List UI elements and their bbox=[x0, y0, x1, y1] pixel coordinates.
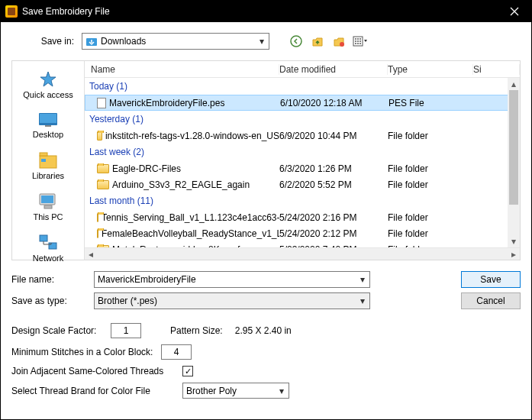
save-in-label: Save in: bbox=[11, 36, 74, 47]
star-icon bbox=[37, 70, 59, 89]
savetype-dropdown[interactable]: Brother (*.pes) ▾ bbox=[94, 292, 370, 309]
file-row[interactable]: Tennis_Serving_Ball_v1_L1.123c4e1acc63-f… bbox=[85, 209, 520, 225]
svg-rect-20 bbox=[41, 159, 46, 162]
file-date: 5/24/2020 2:12 PM bbox=[279, 228, 388, 239]
downloads-icon bbox=[85, 35, 98, 47]
header-date[interactable]: Date modified bbox=[279, 64, 388, 75]
svg-point-14 bbox=[360, 43, 361, 44]
sidebar-item-desktop[interactable]: Desktop bbox=[33, 108, 63, 142]
file-row[interactable]: MaverickEmbroideryFile.pes6/10/2020 12:1… bbox=[85, 95, 520, 111]
thread-brand-label: Select Thread Brand for Color File bbox=[11, 386, 175, 396]
column-headers[interactable]: Name Date modified Type Si bbox=[85, 61, 520, 78]
chevron-down-icon[interactable]: ▾ bbox=[275, 386, 289, 396]
chevron-down-icon[interactable]: ▾ bbox=[356, 274, 369, 285]
sidebar-item-network[interactable]: Network bbox=[33, 231, 63, 266]
save-button[interactable]: Save bbox=[461, 271, 521, 288]
svg-rect-25 bbox=[49, 243, 56, 249]
group-header[interactable]: Last month (11) bbox=[85, 192, 520, 209]
scroll-up-button[interactable]: ▴ bbox=[508, 78, 520, 90]
svg-point-11 bbox=[360, 40, 361, 42]
file-type: File folder bbox=[388, 244, 473, 248]
filename-label: File name: bbox=[11, 274, 88, 285]
svg-point-10 bbox=[357, 40, 359, 42]
file-type: File folder bbox=[388, 228, 473, 239]
file-name: FemaleBeachVolleyball_ReadyStance_v1_L1.… bbox=[102, 228, 279, 239]
svg-point-13 bbox=[357, 43, 359, 44]
folder-icon bbox=[97, 213, 98, 222]
sidebar-item-quick-access[interactable]: Quick access bbox=[23, 67, 73, 102]
libraries-icon bbox=[38, 151, 58, 170]
scroll-right-button[interactable]: ▸ bbox=[508, 249, 520, 260]
svg-point-8 bbox=[360, 38, 361, 40]
svg-point-6 bbox=[355, 38, 356, 40]
file-type: File folder bbox=[388, 163, 473, 174]
file-date: 5/24/2020 2:16 PM bbox=[279, 212, 388, 223]
horizontal-scrollbar[interactable]: ◂ ▸ bbox=[85, 247, 520, 260]
chevron-down-icon[interactable]: ▾ bbox=[356, 296, 369, 306]
save-in-dropdown[interactable]: Downloads ▾ bbox=[82, 33, 269, 50]
header-size[interactable]: Si bbox=[473, 64, 520, 75]
sidebar-item-libraries[interactable]: Libraries bbox=[32, 148, 64, 183]
app-icon bbox=[5, 5, 18, 18]
svg-point-3 bbox=[291, 36, 301, 47]
folder-icon bbox=[97, 245, 109, 248]
scale-factor-label: Design Scale Factor: bbox=[11, 325, 103, 336]
file-date: 6/2/2020 5:52 PM bbox=[279, 179, 388, 190]
up-button[interactable] bbox=[309, 33, 326, 50]
join-threads-label: Join Adjacent Same-Colored Threads bbox=[11, 366, 175, 376]
svg-rect-24 bbox=[40, 235, 47, 241]
cancel-button[interactable]: Cancel bbox=[461, 292, 521, 309]
scroll-down-button[interactable]: ▾ bbox=[508, 235, 520, 247]
save-in-value: Downloads bbox=[101, 36, 255, 47]
min-stitches-input[interactable] bbox=[161, 344, 192, 360]
file-date: 6/3/2020 1:26 PM bbox=[279, 163, 388, 174]
file-row[interactable]: Eagle-DRC-Files6/3/2020 1:26 PMFile fold… bbox=[85, 160, 520, 176]
scroll-thumb[interactable] bbox=[509, 90, 518, 205]
places-sidebar: Quick access Desktop Libraries This PC N… bbox=[11, 60, 85, 260]
join-threads-checkbox[interactable] bbox=[182, 366, 193, 376]
file-date: 6/10/2020 12:18 AM bbox=[280, 98, 389, 108]
svg-point-7 bbox=[357, 38, 359, 40]
scroll-left-button[interactable]: ◂ bbox=[85, 249, 97, 260]
group-header[interactable]: Last week (2) bbox=[85, 144, 520, 160]
svg-rect-22 bbox=[41, 195, 53, 203]
file-row[interactable]: FemaleBeachVolleyball_ReadyStance_v1_L1.… bbox=[85, 225, 520, 241]
window-title: Save Embroidery File bbox=[22, 6, 498, 17]
file-date: 6/9/2020 10:44 PM bbox=[279, 131, 388, 141]
savetype-label: Save as type: bbox=[11, 296, 88, 306]
thread-brand-dropdown[interactable]: Brother Poly ▾ bbox=[182, 383, 289, 399]
file-icon bbox=[97, 98, 106, 108]
file-name: inkstitch-refs-tags-v1.28.0-windows-en_U… bbox=[105, 131, 279, 141]
file-type: File folder bbox=[388, 131, 473, 141]
new-folder-button[interactable] bbox=[330, 33, 347, 50]
filename-input[interactable]: MaverickEmbroideryFile ▾ bbox=[94, 271, 370, 288]
header-type[interactable]: Type bbox=[388, 64, 473, 75]
svg-rect-23 bbox=[44, 205, 52, 208]
file-date: 5/23/2020 7:40 PM bbox=[279, 244, 388, 248]
group-header[interactable]: Yesterday (1) bbox=[85, 111, 520, 128]
folder-icon bbox=[97, 164, 109, 173]
file-type: PES File bbox=[389, 98, 474, 108]
scale-factor-input[interactable] bbox=[111, 323, 141, 338]
view-menu-button[interactable] bbox=[352, 33, 369, 50]
sidebar-item-this-pc[interactable]: This PC bbox=[33, 189, 63, 225]
file-row[interactable]: Metal_Rusty_ucujddrn_8K_surface_ms5/23/2… bbox=[85, 241, 520, 247]
file-name: MaverickEmbroideryFile.pes bbox=[109, 98, 224, 108]
vertical-scrollbar[interactable]: ▴ ▾ bbox=[508, 78, 520, 247]
group-header[interactable]: Today (1) bbox=[85, 78, 520, 95]
svg-rect-17 bbox=[45, 125, 51, 127]
file-name: Tennis_Serving_Ball_v1_L1.123c4e1acc63-f… bbox=[102, 212, 279, 223]
file-type: File folder bbox=[388, 179, 473, 190]
file-name: Arduino_S3v3_R2_EAGLE_again bbox=[112, 179, 250, 190]
back-button[interactable] bbox=[288, 33, 305, 50]
svg-point-9 bbox=[355, 40, 356, 42]
close-button[interactable] bbox=[498, 1, 531, 22]
header-name[interactable]: Name bbox=[85, 64, 279, 75]
folder-icon bbox=[97, 180, 109, 189]
file-name: Metal_Rusty_ucujddrn_8K_surface_ms bbox=[112, 244, 272, 248]
file-row[interactable]: inkstitch-refs-tags-v1.28.0-windows-en_U… bbox=[85, 128, 520, 144]
file-name: Eagle-DRC-Files bbox=[112, 163, 181, 174]
desktop-icon bbox=[37, 111, 59, 128]
file-list-panel: Name Date modified Type Si Today (1)Mave… bbox=[85, 60, 521, 260]
file-row[interactable]: Arduino_S3v3_R2_EAGLE_again6/2/2020 5:52… bbox=[85, 176, 520, 192]
